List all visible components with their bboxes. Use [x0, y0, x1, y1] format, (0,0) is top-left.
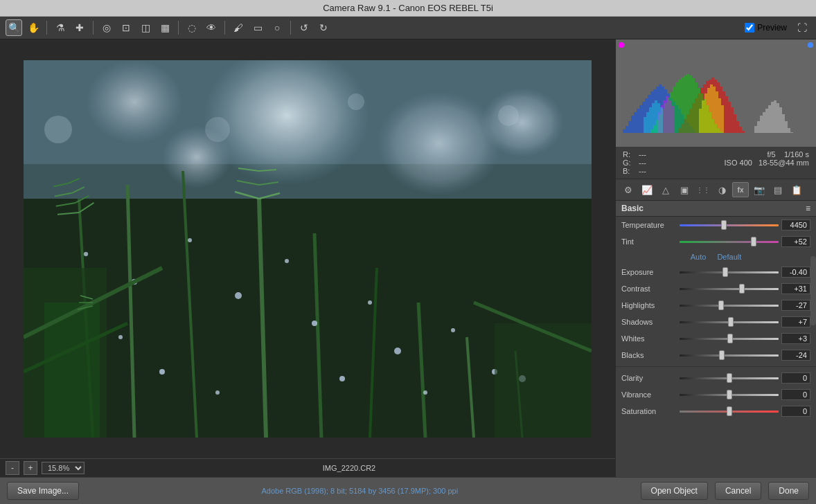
tab-basic[interactable]: ⚙ — [620, 182, 637, 197]
highlights-slider[interactable] — [680, 299, 779, 312]
tab-detail[interactable]: ⋮⋮ — [695, 182, 711, 197]
save-image-btn[interactable]: Save Image... — [7, 482, 79, 500]
highlights-label: Highlights — [621, 301, 677, 309]
targeted-adj-tool[interactable]: ◎ — [98, 19, 115, 36]
svg-point-36 — [312, 321, 317, 326]
fullscreen-btn[interactable]: ⛶ — [794, 19, 810, 36]
radial-filter-tool[interactable]: ○ — [269, 19, 285, 36]
whites-value[interactable] — [781, 333, 810, 344]
exposure-slider[interactable] — [680, 266, 779, 278]
shadows-slider[interactable] — [680, 316, 779, 328]
tab-effects[interactable]: fx — [732, 182, 749, 197]
vibrance-slider[interactable] — [680, 388, 779, 401]
tab-tone-curve[interactable]: 📈 — [639, 182, 655, 197]
tab-lens[interactable]: ◑ — [713, 182, 730, 197]
zoom-tool[interactable]: 🔍 — [6, 19, 22, 36]
svg-point-35 — [285, 259, 289, 263]
zoom-plus-btn[interactable]: + — [24, 461, 37, 475]
blacks-row: Blacks — [616, 347, 816, 363]
svg-rect-160 — [757, 121, 760, 133]
vibrance-row: Vibrance — [616, 386, 816, 403]
tab-presets[interactable]: ▤ — [770, 182, 786, 197]
clipping-highlights-indicator[interactable] — [808, 42, 813, 48]
svg-rect-105 — [728, 102, 731, 133]
svg-rect-66 — [637, 109, 639, 133]
color-sampler-tool[interactable]: ✚ — [71, 19, 88, 36]
svg-rect-142 — [713, 87, 716, 133]
svg-point-58 — [348, 93, 364, 110]
toolbar-sep-3 — [178, 21, 179, 35]
r-value: --- — [639, 150, 646, 159]
basic-menu-icon[interactable]: ≡ — [806, 204, 810, 213]
svg-point-34 — [235, 292, 242, 299]
color-info-link[interactable]: Adobe RGB (1998); 8 bit; 5184 by 3456 (1… — [261, 487, 458, 495]
tint-row: Tint — [616, 233, 816, 250]
blacks-label: Blacks — [621, 351, 677, 359]
open-object-btn[interactable]: Open Object — [641, 482, 708, 500]
exposure-value[interactable] — [781, 267, 810, 278]
rotate-cw-tool[interactable]: ↻ — [315, 19, 332, 36]
whites-slider[interactable] — [680, 332, 779, 345]
svg-point-42 — [159, 369, 165, 375]
highlights-value[interactable] — [781, 300, 810, 311]
toolbar-sep-5 — [290, 21, 291, 35]
done-btn[interactable]: Done — [768, 482, 809, 500]
tint-slider[interactable] — [680, 235, 779, 248]
clarity-value[interactable] — [781, 372, 810, 384]
clipping-shadows-indicator[interactable] — [619, 42, 624, 48]
contrast-slider[interactable] — [680, 282, 779, 295]
graduated-filter-tool[interactable]: ▭ — [249, 19, 266, 36]
svg-rect-109 — [739, 127, 742, 133]
vibrance-value[interactable] — [781, 389, 810, 400]
tint-value[interactable] — [781, 236, 810, 247]
contrast-value[interactable] — [781, 283, 810, 294]
zoom-select[interactable]: 15.8% 25% 50% 100% — [42, 462, 85, 474]
rotate-ccw-tool[interactable]: ↺ — [296, 19, 312, 36]
shadows-value[interactable] — [781, 316, 810, 327]
temperature-value[interactable] — [781, 219, 810, 231]
auto-button[interactable]: Auto — [691, 253, 707, 261]
blacks-slider[interactable] — [680, 349, 779, 361]
fstop-shutter: f/5 1/160 s — [767, 150, 809, 159]
svg-point-57 — [498, 105, 519, 126]
svg-rect-163 — [765, 109, 768, 133]
svg-point-39 — [451, 328, 455, 332]
saturation-value[interactable] — [781, 406, 810, 417]
shadows-row: Shadows — [616, 314, 816, 330]
toolbar-sep-4 — [224, 21, 225, 35]
cancel-btn[interactable]: Cancel — [715, 482, 761, 500]
whites-label: Whites — [621, 334, 677, 343]
temperature-label: Temperature — [621, 221, 677, 229]
auto-default-row: Auto Default — [616, 250, 816, 264]
image-canvas[interactable] — [0, 39, 615, 458]
tab-snapshots[interactable]: 📋 — [788, 182, 805, 197]
saturation-slider[interactable] — [680, 405, 779, 417]
eyedropper-tool[interactable]: ⚗ — [52, 19, 69, 36]
preview-checkbox[interactable] — [745, 23, 754, 33]
temperature-slider[interactable] — [680, 219, 779, 231]
clarity-slider[interactable] — [680, 372, 779, 384]
adj-brush-tool[interactable]: 🖌 — [230, 19, 247, 36]
svg-rect-139 — [704, 93, 707, 133]
default-button[interactable]: Default — [717, 253, 741, 261]
exposure-row: Exposure — [616, 264, 816, 280]
tab-hsl[interactable]: △ — [657, 182, 674, 197]
tab-split-toning[interactable]: ▣ — [676, 182, 693, 197]
svg-rect-67 — [639, 105, 642, 133]
svg-rect-162 — [763, 112, 765, 133]
straighten-tool[interactable]: ◫ — [137, 19, 154, 36]
blacks-value[interactable] — [781, 350, 810, 361]
app-title: Camera Raw 9.1 - Canon EOS REBEL T5i — [323, 3, 493, 13]
hand-tool[interactable]: ✋ — [25, 19, 42, 36]
zoom-minus-btn[interactable]: - — [6, 461, 19, 475]
transform-tool[interactable]: ▦ — [157, 19, 173, 36]
scrollbar-thumb[interactable] — [810, 256, 816, 325]
panel-tabs: ⚙ 📈 △ ▣ ⋮⋮ ◑ fx 📷 ▤ 📋 — [616, 179, 816, 201]
redeye-tool[interactable]: 👁 — [203, 19, 220, 36]
tab-camera-cal[interactable]: 📷 — [751, 182, 768, 197]
spot-removal-tool[interactable]: ◌ — [184, 19, 200, 36]
crop-tool[interactable]: ⊡ — [118, 19, 134, 36]
svg-point-37 — [368, 300, 372, 305]
color-info-area[interactable]: Adobe RGB (1998); 8 bit; 5184 by 3456 (1… — [86, 486, 634, 496]
svg-rect-152 — [644, 117, 646, 133]
